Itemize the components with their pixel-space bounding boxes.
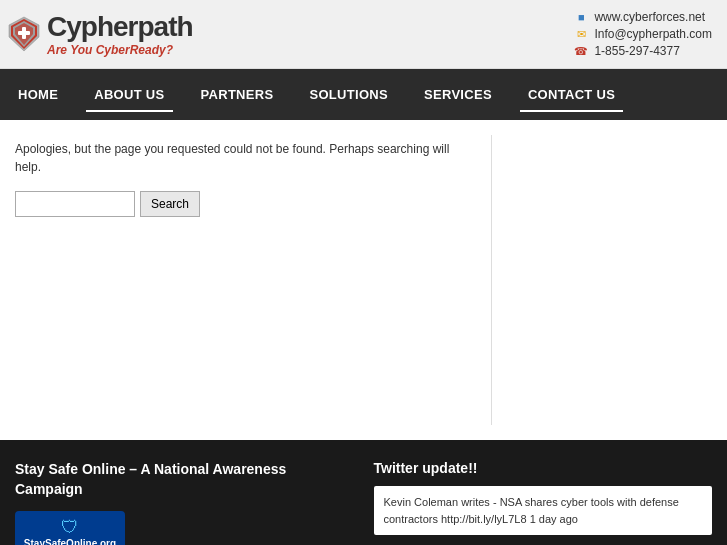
nav-item-solutions[interactable]: SOLUTIONS <box>291 69 406 120</box>
footer-right: Twitter update!! Kevin Coleman writes - … <box>374 460 713 545</box>
search-input[interactable] <box>15 191 135 217</box>
website-row: ■ www.cyberforces.net <box>574 10 712 24</box>
email-row: ✉ Info@cypherpath.com <box>574 27 712 41</box>
email-label: Info@cypherpath.com <box>594 27 712 41</box>
mail-icon: ✉ <box>574 27 588 41</box>
contact-info-block: ■ www.cyberforces.net ✉ Info@cypherpath.… <box>574 10 712 58</box>
nav-item-home[interactable]: HOME <box>0 69 76 120</box>
sidebar-divider <box>491 135 492 425</box>
badge-inner: 🛡 StaySafeOnline.org National Cyber Secu… <box>20 517 120 545</box>
main-content: Apologies, but the page you requested co… <box>0 120 727 440</box>
site-tagline: Are You CyberReady? <box>47 43 193 57</box>
phone-label: 1-855-297-4377 <box>594 44 679 58</box>
badge-title: StaySafeOnline.org <box>24 538 116 545</box>
logo-text-area: Cypherpath Are You CyberReady? <box>47 11 193 57</box>
content-area: Apologies, but the page you requested co… <box>15 135 471 425</box>
twitter-title: Twitter update!! <box>374 460 713 476</box>
site-name: Cypherpath <box>47 11 193 43</box>
site-footer: Stay Safe Online – A National Awareness … <box>0 440 727 545</box>
globe-icon: ■ <box>574 10 588 24</box>
phone-icon: ☎ <box>574 44 588 58</box>
phone-row: ☎ 1-855-297-4377 <box>574 44 712 58</box>
sidebar-area <box>512 135 712 425</box>
search-row: Search <box>15 191 471 217</box>
badge-shield-icon: 🛡 <box>61 517 79 538</box>
footer-left-title: Stay Safe Online – A National Awareness … <box>15 460 354 499</box>
footer-left: Stay Safe Online – A National Awareness … <box>15 460 354 545</box>
search-button[interactable]: Search <box>140 191 200 217</box>
tweet-text: Kevin Coleman writes - NSA shares cyber … <box>384 496 679 525</box>
logo-icon <box>5 15 43 53</box>
nav-item-contact[interactable]: CONTACT US <box>510 69 633 120</box>
twitter-box: Kevin Coleman writes - NSA shares cyber … <box>374 486 713 535</box>
svg-rect-5 <box>18 31 30 35</box>
stay-safe-badge[interactable]: 🛡 StaySafeOnline.org National Cyber Secu… <box>15 511 125 545</box>
nav-item-partners[interactable]: PARTNERS <box>183 69 292 120</box>
site-header: Cypherpath Are You CyberReady? ■ www.cyb… <box>0 0 727 69</box>
not-found-message: Apologies, but the page you requested co… <box>15 140 471 176</box>
main-nav: HOME ABOUT US PARTNERS SOLUTIONS SERVICE… <box>0 69 727 120</box>
nav-item-about[interactable]: ABOUT US <box>76 69 182 120</box>
website-label: www.cyberforces.net <box>594 10 705 24</box>
logo-area[interactable]: Cypherpath Are You CyberReady? <box>5 11 193 57</box>
nav-item-services[interactable]: SERVICES <box>406 69 510 120</box>
